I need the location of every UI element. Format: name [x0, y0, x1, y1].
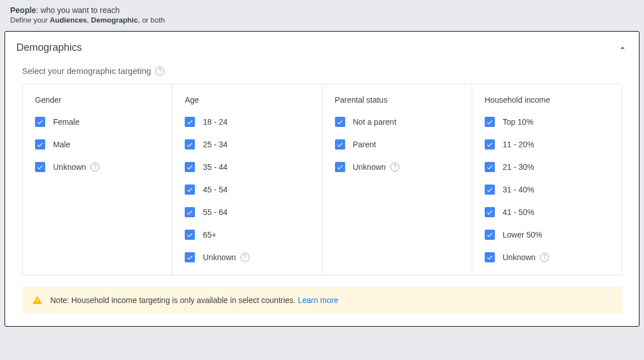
- header-subtitle-mid: ,: [87, 16, 91, 24]
- checkbox-checked-icon[interactable]: [335, 117, 345, 127]
- header-title-rest: : who you want to reach: [36, 6, 120, 15]
- checkbox-checked-icon[interactable]: [185, 207, 195, 217]
- column-title: Household income: [485, 95, 609, 104]
- panel-title: Demographics: [16, 42, 82, 54]
- checkbox-checked-icon[interactable]: [35, 117, 45, 127]
- checkbox-checked-icon[interactable]: [185, 185, 195, 195]
- checkbox-checked-icon[interactable]: [185, 230, 195, 240]
- option-label-text: Unknown: [53, 163, 86, 172]
- option-row[interactable]: 41 - 50%: [485, 207, 609, 217]
- header-subtitle-pre: Define your: [10, 16, 50, 24]
- option-label-text: 45 - 54: [203, 185, 228, 194]
- option-label: Unknown?: [503, 253, 549, 262]
- checkbox-checked-icon[interactable]: [485, 139, 495, 150]
- column-title: Age: [185, 95, 309, 104]
- option-label-text: Top 10%: [503, 117, 533, 126]
- warning-icon: [32, 295, 42, 305]
- option-row[interactable]: 25 - 34: [185, 139, 309, 150]
- option-label: 31 - 40%: [503, 185, 534, 194]
- help-icon[interactable]: ?: [540, 253, 549, 262]
- option-label: Parent: [353, 140, 376, 149]
- option-label: 65+: [203, 230, 216, 239]
- column-title: Parental status: [335, 95, 459, 104]
- learn-more-link[interactable]: Learn more: [298, 296, 338, 305]
- option-label: 55 - 64: [203, 208, 228, 217]
- option-label: 45 - 54: [203, 185, 228, 194]
- option-row[interactable]: 45 - 54: [185, 185, 309, 195]
- option-label: 21 - 30%: [503, 163, 534, 172]
- option-label-text: Not a parent: [353, 117, 397, 126]
- option-label-text: Female: [53, 117, 80, 126]
- checkbox-checked-icon[interactable]: [485, 162, 495, 172]
- option-label-text: 31 - 40%: [503, 185, 534, 194]
- option-label-text: 65+: [203, 230, 216, 239]
- header-title: People: who you want to reach: [10, 6, 634, 15]
- checkbox-checked-icon[interactable]: [485, 230, 495, 240]
- option-label: 11 - 20%: [503, 140, 534, 149]
- option-row[interactable]: Lower 50%: [485, 230, 609, 240]
- option-label: Lower 50%: [503, 230, 542, 239]
- option-row[interactable]: Unknown?: [335, 162, 459, 172]
- option-label-text: 11 - 20%: [503, 140, 534, 149]
- option-row[interactable]: 21 - 30%: [485, 162, 609, 172]
- option-row[interactable]: 65+: [185, 230, 309, 240]
- checkbox-checked-icon[interactable]: [185, 117, 195, 127]
- option-label: Not a parent: [353, 117, 397, 126]
- demographic-columns: GenderFemaleMaleUnknown?Age18 - 2425 - 3…: [22, 84, 622, 275]
- option-row[interactable]: 55 - 64: [185, 207, 309, 217]
- checkbox-checked-icon[interactable]: [485, 117, 495, 127]
- checkbox-checked-icon[interactable]: [185, 162, 195, 172]
- header-subtitle-post: , or both: [138, 16, 165, 24]
- option-label: 18 - 24: [203, 117, 228, 126]
- option-row[interactable]: 18 - 24: [185, 117, 309, 127]
- income-note: Note: Household income targeting is only…: [22, 287, 622, 314]
- panel-header-toggle[interactable]: Demographics: [5, 32, 639, 64]
- help-icon[interactable]: ?: [241, 253, 250, 262]
- option-label: Unknown?: [53, 163, 99, 172]
- option-row[interactable]: Not a parent: [335, 117, 459, 127]
- option-label: 41 - 50%: [503, 208, 534, 217]
- option-row[interactable]: Male: [35, 139, 159, 150]
- option-row[interactable]: Parent: [335, 139, 459, 150]
- option-row[interactable]: Female: [35, 117, 159, 127]
- option-row[interactable]: Unknown?: [185, 252, 309, 262]
- page-header: People: who you want to reach Define you…: [0, 0, 644, 31]
- column-age: Age18 - 2425 - 3435 - 4445 - 5455 - 6465…: [172, 84, 322, 275]
- help-icon[interactable]: ?: [155, 67, 164, 76]
- checkbox-checked-icon[interactable]: [35, 139, 45, 150]
- option-row[interactable]: Unknown?: [485, 252, 609, 262]
- checkbox-checked-icon[interactable]: [185, 252, 195, 262]
- option-label: 35 - 44: [203, 163, 228, 172]
- option-label: Unknown?: [353, 163, 399, 172]
- column-household-income: Household incomeTop 10%11 - 20%21 - 30%3…: [472, 84, 621, 275]
- option-row[interactable]: 35 - 44: [185, 162, 309, 172]
- option-label: Male: [53, 140, 70, 149]
- chevron-up-icon: [617, 43, 628, 53]
- option-label-text: Male: [53, 140, 70, 149]
- checkbox-checked-icon[interactable]: [35, 162, 45, 172]
- option-row[interactable]: Unknown?: [35, 162, 159, 172]
- option-label-text: 55 - 64: [203, 208, 228, 217]
- checkbox-checked-icon[interactable]: [335, 139, 345, 150]
- checkbox-checked-icon[interactable]: [485, 185, 495, 195]
- checkbox-checked-icon[interactable]: [335, 162, 345, 172]
- header-subtitle: Define your Audiences, Demographic, or b…: [10, 16, 634, 24]
- option-label-text: Lower 50%: [503, 230, 542, 239]
- option-label-text: 21 - 30%: [503, 163, 534, 172]
- help-icon[interactable]: ?: [390, 163, 399, 172]
- option-label-text: 25 - 34: [203, 140, 228, 149]
- option-label-text: Unknown: [353, 163, 386, 172]
- checkbox-checked-icon[interactable]: [485, 252, 495, 262]
- option-row[interactable]: 11 - 20%: [485, 139, 609, 150]
- checkbox-checked-icon[interactable]: [185, 139, 195, 150]
- option-label: 25 - 34: [203, 140, 228, 149]
- option-label-text: Parent: [353, 140, 376, 149]
- column-gender: GenderFemaleMaleUnknown?: [23, 84, 172, 275]
- option-row[interactable]: 31 - 40%: [485, 185, 609, 195]
- option-row[interactable]: Top 10%: [485, 117, 609, 127]
- option-label: Top 10%: [503, 117, 533, 126]
- checkbox-checked-icon[interactable]: [485, 207, 495, 217]
- option-label: Unknown?: [203, 253, 249, 262]
- header-subtitle-audiences: Audiences: [50, 16, 87, 24]
- help-icon[interactable]: ?: [90, 163, 99, 172]
